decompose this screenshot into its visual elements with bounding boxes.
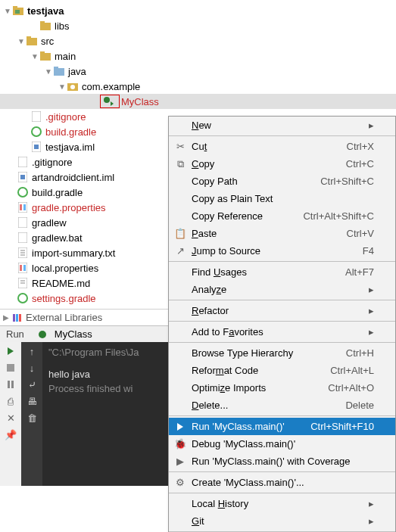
- folder-icon: [39, 20, 51, 32]
- tree-node-myclass[interactable]: MyClass: [0, 94, 396, 109]
- library-icon: [11, 312, 23, 324]
- menu-refactor[interactable]: Refactor▸: [169, 302, 395, 319]
- tree-label: com.example: [82, 81, 140, 92]
- module-icon: [17, 171, 29, 183]
- dump-button[interactable]: ⎙: [5, 395, 17, 407]
- clear-button[interactable]: 🗑: [26, 412, 38, 424]
- tree-label: testjava.iml: [45, 142, 95, 153]
- expand-arrow-icon[interactable]: ▼: [3, 7, 12, 15]
- tree-label: README.md: [32, 278, 90, 289]
- file-icon: [17, 156, 29, 168]
- expand-arrow-icon[interactable]: ▼: [30, 52, 39, 61]
- run-config-tab[interactable]: MyClass: [30, 326, 98, 342]
- svg-rect-33: [23, 265, 26, 271]
- menu-new[interactable]: New▸: [169, 117, 395, 134]
- menu-local-history[interactable]: Local History▸: [169, 495, 395, 512]
- tree-label: import-summary.txt: [32, 247, 115, 259]
- tree-node-root[interactable]: ▼ testjava: [0, 3, 396, 18]
- java-class-icon: [36, 328, 48, 341]
- menu-reformat[interactable]: Reformat CodeCtrl+Alt+L: [169, 362, 395, 379]
- menu-delete[interactable]: Delete...Delete: [169, 397, 395, 414]
- menu-paste[interactable]: 📋PasteCtrl+V: [169, 225, 395, 242]
- menu-run[interactable]: Run 'MyClass.main()'Ctrl+Shift+F10: [169, 418, 395, 435]
- menu-browse-hierarchy[interactable]: Browse Type HierarchyCtrl+H: [169, 344, 395, 362]
- tree-label: libs: [55, 20, 70, 32]
- copy-icon: ⧉: [173, 158, 187, 170]
- print-button[interactable]: 🖶: [26, 395, 38, 407]
- source-folder-icon: [53, 65, 65, 77]
- pin-button[interactable]: 📌: [5, 428, 17, 440]
- expand-arrow-icon[interactable]: ▼: [58, 82, 67, 91]
- svg-rect-26: [18, 232, 27, 243]
- tree-node-java[interactable]: ▼ java: [0, 64, 396, 79]
- svg-rect-42: [7, 364, 14, 372]
- menu-analyze[interactable]: Analyze▸: [169, 281, 395, 298]
- tree-label: .gitignore: [32, 157, 72, 168]
- tree-label: External Libraries: [26, 312, 102, 323]
- tree-node-src[interactable]: ▼ src: [0, 33, 396, 48]
- menu-optimize[interactable]: Optimize ImportsCtrl+Alt+O: [169, 379, 395, 397]
- tree-label: build.gradle: [32, 187, 83, 198]
- coverage-icon: ▶: [173, 456, 187, 467]
- menu-cut[interactable]: ✂CutCtrl+X: [169, 138, 395, 155]
- package-icon: [67, 80, 79, 92]
- context-menu: New▸ ✂CutCtrl+X ⧉CopyCtrl+C Copy PathCtr…: [168, 116, 396, 532]
- run-gutter-left: ⎙ ✕ 📌: [0, 342, 21, 486]
- svg-rect-10: [54, 67, 58, 70]
- menu-add-favorites[interactable]: Add to Favorites▸: [169, 323, 395, 341]
- expand-arrow-icon[interactable]: ▼: [44, 67, 53, 76]
- tree-label: build.gradle: [45, 126, 96, 138]
- svg-rect-24: [23, 204, 26, 210]
- gradle-icon: [17, 186, 29, 198]
- text-file-icon: [17, 247, 29, 259]
- menu-separator: [169, 261, 395, 262]
- scroll-up-button[interactable]: ↑: [26, 345, 38, 357]
- selection-highlight: [100, 95, 120, 108]
- svg-point-13: [104, 97, 110, 103]
- svg-rect-6: [27, 36, 31, 39]
- tree-node-libs[interactable]: libs: [0, 18, 396, 33]
- scroll-down-button[interactable]: ↓: [26, 362, 38, 374]
- cut-icon: ✂: [173, 141, 187, 152]
- file-icon: [30, 110, 42, 123]
- svg-rect-4: [40, 21, 45, 24]
- soft-wrap-button[interactable]: ⤶: [26, 378, 38, 390]
- run-toolwindow-title: Run: [0, 326, 30, 342]
- menu-copy-plain[interactable]: Copy as Plain Text: [169, 190, 395, 207]
- java-class-icon: [102, 95, 114, 107]
- expand-arrow-icon[interactable]: ▶: [2, 313, 11, 322]
- svg-point-12: [70, 85, 75, 89]
- tree-label: gradlew.bat: [32, 232, 83, 244]
- menu-find-usages[interactable]: Find UsagesAlt+F7: [169, 263, 395, 281]
- svg-rect-17: [34, 145, 39, 149]
- menu-jump[interactable]: ↗Jump to SourceF4: [169, 242, 395, 260]
- svg-point-41: [39, 331, 46, 338]
- paste-icon: 📋: [173, 228, 187, 239]
- tab-label: MyClass: [55, 328, 92, 340]
- menu-create-config[interactable]: ⚙Create 'MyClass.main()'...: [169, 474, 395, 491]
- close-button[interactable]: ✕: [5, 412, 17, 424]
- rerun-button[interactable]: [5, 345, 17, 357]
- menu-copy[interactable]: ⧉CopyCtrl+C: [169, 155, 395, 173]
- menu-debug[interactable]: 🐞Debug 'MyClass.main()': [169, 435, 395, 453]
- text-file-icon: [17, 277, 29, 289]
- tree-node-package[interactable]: ▼ com.example: [0, 79, 396, 94]
- menu-separator: [169, 415, 395, 416]
- jump-icon: ↗: [173, 245, 187, 257]
- file-icon: [17, 232, 29, 244]
- menu-git[interactable]: Git▸: [169, 512, 395, 530]
- menu-separator: [169, 300, 395, 300]
- menu-copy-path[interactable]: Copy PathCtrl+Shift+C: [169, 173, 395, 190]
- folder-icon: [39, 50, 51, 62]
- run-icon: [173, 423, 187, 431]
- svg-point-21: [18, 188, 27, 197]
- pause-button[interactable]: [5, 378, 17, 390]
- tree-node-main[interactable]: ▼ main: [0, 48, 396, 64]
- stop-button[interactable]: [5, 362, 17, 374]
- menu-run-coverage[interactable]: ▶Run 'MyClass.main()' with Coverage: [169, 453, 395, 470]
- expand-arrow-icon[interactable]: ▼: [17, 37, 26, 45]
- properties-icon: [17, 262, 29, 274]
- menu-copy-reference[interactable]: Copy ReferenceCtrl+Alt+Shift+C: [169, 207, 395, 225]
- tree-label: settings.gradle: [32, 293, 96, 304]
- svg-rect-43: [8, 381, 10, 388]
